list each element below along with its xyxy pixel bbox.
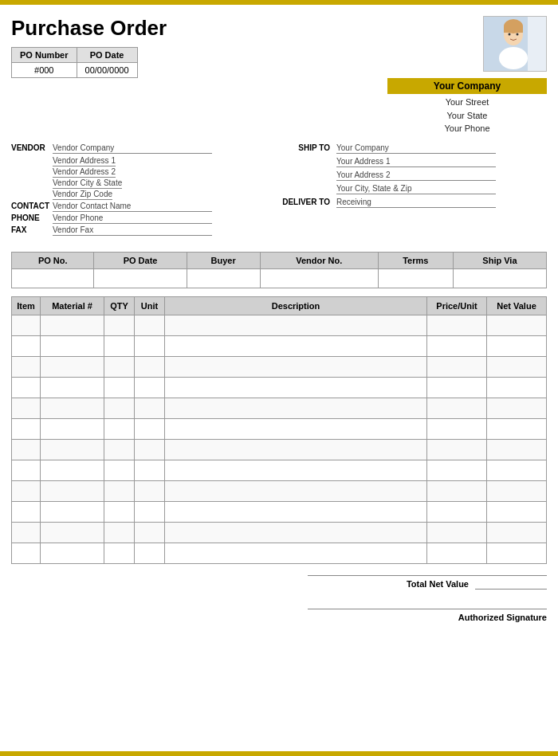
- table-cell: [135, 356, 165, 377]
- po-number-value: #000: [12, 63, 77, 78]
- table-row: [12, 439, 547, 460]
- order-info-section: PO No. PO Date Buyer Vendor No. Terms Sh…: [11, 252, 547, 288]
- vendor-company: Vendor Company: [53, 143, 212, 154]
- table-cell: [165, 418, 427, 439]
- table-cell: [41, 398, 104, 418]
- table-cell: [135, 335, 165, 356]
- table-cell: [104, 460, 135, 480]
- ship-city-state-zip: Your City, State & Zip: [336, 184, 496, 194]
- vendor-city-state: Vendor City & State: [53, 178, 122, 189]
- table-cell: [427, 315, 487, 335]
- table-row: [12, 356, 547, 377]
- po-number-header: PO Number: [12, 48, 77, 63]
- vendor-address2: Vendor Address 2: [53, 167, 116, 178]
- table-cell: [135, 460, 165, 480]
- table-cell: [104, 522, 135, 543]
- table-cell: [12, 522, 41, 543]
- table-cell: [487, 335, 547, 356]
- table-cell: [487, 356, 547, 377]
- ship-address1: Your Address 1: [336, 157, 496, 167]
- phone-label: PHONE: [11, 213, 53, 222]
- vendor-row: VENDOR Vendor Company: [11, 143, 282, 154]
- vendor-zip-row: Vendor Zip Code: [53, 189, 282, 198]
- order-header-vendor-no: Vendor No.: [260, 252, 378, 268]
- company-state: Your State: [387, 109, 547, 123]
- deliver-to-value: Receiving: [336, 198, 496, 208]
- order-header-buyer: Buyer: [187, 252, 260, 268]
- table-cell: [487, 418, 547, 439]
- ship-section: SHIP TO Your Company Your Address 1 Your…: [282, 143, 547, 237]
- table-cell: [165, 522, 427, 543]
- company-phone: Your Phone: [387, 122, 547, 135]
- table-row: [12, 460, 547, 480]
- po-info-table: PO Number PO Date #000 00/00/0000: [11, 47, 138, 78]
- phone-row: PHONE Vendor Phone: [11, 213, 282, 224]
- table-cell: [41, 543, 104, 563]
- table-cell: [12, 543, 41, 563]
- order-terms: [378, 268, 453, 288]
- svg-rect-1: [528, 17, 547, 72]
- table-cell: [104, 501, 135, 522]
- table-cell: [104, 335, 135, 356]
- svg-point-7: [517, 33, 519, 36]
- table-cell: [12, 501, 41, 522]
- table-row: [12, 501, 547, 522]
- order-ship-via: [453, 268, 546, 288]
- page-title: Purchase Order: [11, 16, 167, 41]
- item-header-qty: QTY: [104, 296, 135, 315]
- vendor-phone: Vendor Phone: [53, 213, 212, 224]
- vendor-address1: Vendor Address 1: [53, 156, 116, 166]
- table-cell: [104, 480, 135, 501]
- signature-section: Authorized Signature: [11, 609, 547, 622]
- table-cell: [135, 315, 165, 335]
- ship-address2-row: Your Address 2: [336, 170, 547, 181]
- vendor-address1-row: Vendor Address 1: [53, 155, 282, 165]
- item-header-material: Material #: [41, 296, 104, 315]
- vendor-fax: Vendor Fax: [53, 225, 212, 236]
- order-info-row: [12, 268, 547, 288]
- order-po-date: [94, 268, 187, 288]
- table-cell: [165, 356, 427, 377]
- table-cell: [165, 439, 427, 460]
- ship-to-company-row: SHIP TO Your Company: [282, 143, 547, 154]
- table-cell: [165, 377, 427, 398]
- table-cell: [135, 522, 165, 543]
- company-street: Your Street: [387, 96, 547, 109]
- table-cell: [41, 501, 104, 522]
- signature-row: Authorized Signature: [308, 609, 547, 622]
- total-value: [475, 579, 547, 590]
- vendor-contact: Vendor Contact Name: [53, 202, 212, 212]
- table-cell: [487, 377, 547, 398]
- table-cell: [427, 356, 487, 377]
- header-row: Purchase Order PO Number PO Date #000 00…: [11, 16, 547, 135]
- svg-point-5: [499, 47, 528, 69]
- table-cell: [104, 418, 135, 439]
- table-cell: [12, 398, 41, 418]
- table-cell: [12, 335, 41, 356]
- table-cell: [165, 501, 427, 522]
- order-header-terms: Terms: [378, 252, 453, 268]
- company-block: Your Company Your Street Your State Your…: [387, 16, 547, 135]
- table-cell: [104, 356, 135, 377]
- table-cell: [165, 460, 427, 480]
- total-row: Total Net Value: [308, 575, 547, 590]
- vendor-address2-row: Vendor Address 2: [53, 166, 282, 176]
- order-header-po-date: PO Date: [94, 252, 187, 268]
- table-cell: [12, 315, 41, 335]
- table-cell: [427, 335, 487, 356]
- table-cell: [135, 398, 165, 418]
- table-cell: [487, 501, 547, 522]
- table-cell: [165, 543, 427, 563]
- table-cell: [41, 460, 104, 480]
- table-cell: [135, 418, 165, 439]
- table-cell: [427, 543, 487, 563]
- order-info-table: PO No. PO Date Buyer Vendor No. Terms Sh…: [11, 252, 547, 288]
- order-po-no: [12, 268, 94, 288]
- table-row: [12, 335, 547, 356]
- vendor-ship-section: VENDOR Vendor Company Vendor Address 1 V…: [11, 143, 547, 237]
- po-date-header: PO Date: [77, 48, 137, 63]
- table-cell: [487, 460, 547, 480]
- table-cell: [487, 398, 547, 418]
- table-cell: [12, 439, 41, 460]
- table-row: [12, 480, 547, 501]
